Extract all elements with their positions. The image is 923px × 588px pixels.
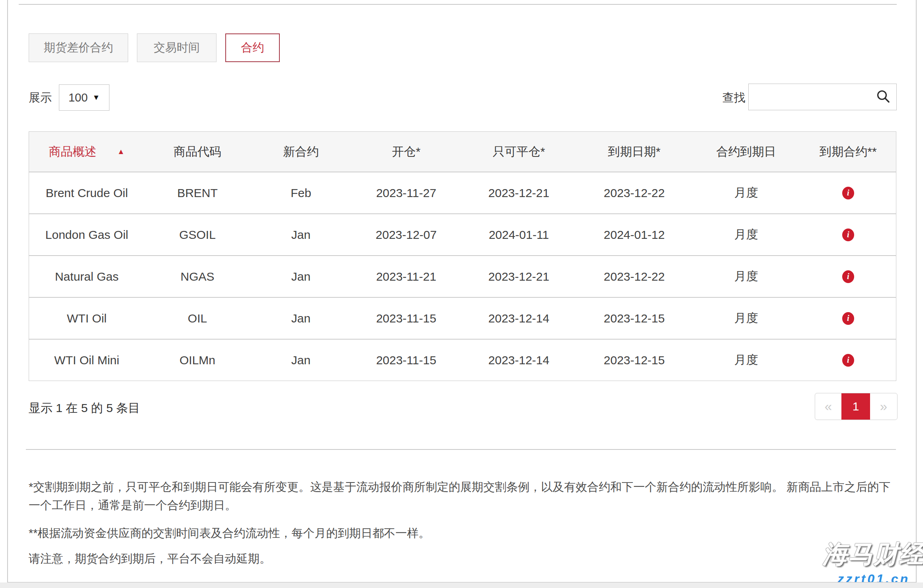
cell-expiry-date: 2023-12-15 [577, 298, 692, 339]
cell-expiring-contract: i [800, 172, 896, 213]
cell-product-name: Natural Gas [29, 256, 144, 297]
footnotes-divider [26, 449, 896, 450]
column-header-expiring-contract[interactable]: 到期合约** [800, 132, 896, 172]
info-icon[interactable]: i [842, 229, 854, 241]
info-glyph: i [847, 355, 849, 365]
pagination: « 1 » [815, 393, 898, 420]
cell-contract-expiry: 月度 [692, 214, 800, 255]
cell-close-only-date: 2024-01-11 [461, 214, 577, 255]
column-header-label: 商品概述 [49, 144, 97, 160]
footnotes: *交割期到期之前，只可平仓和到期日可能会有所变更。这是基于流动报价商所制定的展期… [29, 478, 896, 568]
cell-close-only-date: 2023-12-14 [461, 298, 577, 339]
cell-symbol: OIL [144, 298, 250, 339]
table-row: Brent Crude Oil BRENT Feb 2023-11-27 202… [29, 172, 896, 213]
column-header-expiry-date[interactable]: 到期日期* [577, 132, 692, 172]
table-row: WTI Oil Mini OILMn Jan 2023-11-15 2023-1… [29, 339, 896, 381]
cell-new-contract: Jan [250, 298, 351, 339]
column-header-close-only[interactable]: 只可平仓* [461, 132, 577, 172]
column-header-contract-expiry[interactable]: 合约到期日 [692, 132, 800, 172]
page-bottom-strip [0, 582, 923, 588]
cell-close-only-date: 2023-12-21 [461, 256, 577, 297]
cell-new-contract: Jan [250, 256, 351, 297]
info-glyph: i [847, 230, 849, 240]
sort-asc-icon: ▲ [117, 147, 125, 156]
cell-open-date: 2023-11-15 [351, 340, 461, 381]
cell-product-name: Brent Crude Oil [29, 172, 144, 213]
page-size-select[interactable]: 100 ▼ [59, 84, 109, 111]
cell-product-name: WTI Oil [29, 298, 144, 339]
pagination-prev-button[interactable]: « [815, 393, 841, 420]
info-glyph: i [847, 188, 849, 198]
tab-contracts[interactable]: 合约 [225, 33, 280, 62]
table-row: Natural Gas NGAS Jan 2023-11-21 2023-12-… [29, 255, 896, 297]
cell-expiry-date: 2023-12-22 [577, 256, 692, 297]
cell-contract-expiry: 月度 [692, 298, 800, 339]
info-icon[interactable]: i [842, 354, 854, 367]
caret-down-icon: ▼ [92, 93, 100, 102]
entries-summary: 显示 1 在 5 的 5 条目 [29, 400, 140, 416]
info-icon[interactable]: i [842, 312, 854, 325]
cell-expiry-date: 2023-12-15 [577, 340, 692, 381]
cell-expiring-contract: i [800, 298, 896, 339]
show-entries-label: 展示 [29, 90, 52, 106]
search-label: 查找 [722, 90, 745, 106]
table-controls: 展示 100 ▼ 查找 [29, 84, 897, 111]
cell-contract-expiry: 月度 [692, 340, 800, 381]
search-box [748, 84, 897, 110]
tab-futures-cfd[interactable]: 期货差价合约 [29, 33, 128, 62]
cell-symbol: NGAS [144, 256, 250, 297]
pagination-page-1[interactable]: 1 [841, 393, 870, 420]
cell-symbol: OILMn [144, 340, 250, 381]
column-header-open[interactable]: 开仓* [351, 132, 461, 172]
cell-expiring-contract: i [800, 256, 896, 297]
table-row: WTI Oil OIL Jan 2023-11-15 2023-12-14 20… [29, 297, 896, 339]
cell-expiry-date: 2024-01-12 [577, 214, 692, 255]
info-icon[interactable]: i [842, 270, 854, 283]
tab-trading-hours[interactable]: 交易时间 [137, 33, 217, 62]
contracts-table: 商品概述 ▲ 商品代码 新合约 开仓* 只可平仓* 到期日期* 合约到期日 到期… [29, 131, 896, 381]
info-glyph: i [847, 313, 849, 323]
cell-new-contract: Feb [250, 172, 351, 213]
cell-new-contract: Jan [250, 340, 351, 381]
page-size-value: 100 [68, 91, 88, 104]
cell-product-name: London Gas Oil [29, 214, 144, 255]
search-icon [876, 89, 891, 104]
cell-close-only-date: 2023-12-21 [461, 172, 577, 213]
panel-right-border [916, 0, 917, 582]
column-header-product-overview[interactable]: 商品概述 ▲ [29, 132, 144, 172]
panel-left-border [7, 0, 8, 582]
cell-new-contract: Jan [250, 214, 351, 255]
table-header-row: 商品概述 ▲ 商品代码 新合约 开仓* 只可平仓* 到期日期* 合约到期日 到期… [29, 132, 896, 172]
cell-expiring-contract: i [800, 340, 896, 381]
column-header-new-contract[interactable]: 新合约 [250, 132, 351, 172]
info-icon[interactable]: i [842, 187, 854, 199]
tab-bar: 期货差价合约 交易时间 合约 [29, 33, 280, 62]
column-header-symbol[interactable]: 商品代码 [144, 132, 250, 172]
cell-contract-expiry: 月度 [692, 256, 800, 297]
search-input[interactable] [753, 84, 868, 109]
footnote-rollover: *交割期到期之前，只可平仓和到期日可能会有所变更。这是基于流动报价商所制定的展期… [29, 478, 896, 514]
cell-expiry-date: 2023-12-22 [577, 172, 692, 213]
top-divider [19, 4, 897, 5]
cell-symbol: BRENT [144, 172, 250, 213]
footnote-no-auto-rollover: 请注意，期货合约到期后，平台不会自动延期。 [29, 549, 896, 568]
cell-symbol: GSOIL [144, 214, 250, 255]
table-row: London Gas Oil GSOIL Jan 2023-12-07 2024… [29, 213, 896, 255]
cell-product-name: WTI Oil Mini [29, 340, 144, 381]
contracts-page: 期货差价合约 交易时间 合约 展示 100 ▼ 查找 商品概述 ▲ 商品代码 新… [0, 0, 923, 588]
cell-open-date: 2023-11-21 [351, 256, 461, 297]
cell-close-only-date: 2023-12-14 [461, 340, 577, 381]
cell-open-date: 2023-11-27 [351, 172, 461, 213]
cell-contract-expiry: 月度 [692, 172, 800, 213]
footnote-expiry-variation: **根据流动资金供应商的交割时间表及合约流动性，每个月的到期日都不一样。 [29, 524, 896, 542]
info-glyph: i [847, 272, 849, 281]
cell-expiring-contract: i [800, 214, 896, 255]
pagination-next-button[interactable]: » [870, 393, 897, 420]
cell-open-date: 2023-11-15 [351, 298, 461, 339]
cell-open-date: 2023-12-07 [351, 214, 461, 255]
